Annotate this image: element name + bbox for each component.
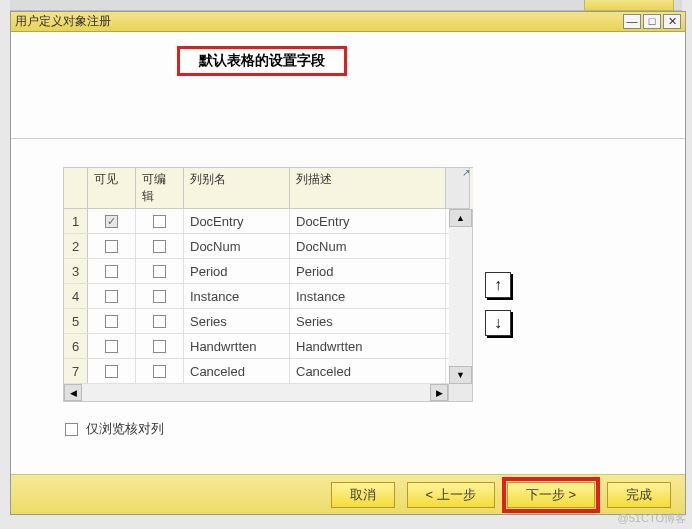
desc-cell[interactable]: Canceled [290, 359, 446, 383]
desc-cell[interactable]: Series [290, 309, 446, 333]
row-number: 4 [64, 284, 88, 308]
editable-cell[interactable] [136, 334, 184, 358]
reorder-buttons: ↑ ↓ [485, 272, 511, 336]
row-number: 1 [64, 209, 88, 233]
visible-checkbox[interactable] [105, 265, 118, 278]
desc-cell[interactable]: DocNum [290, 234, 446, 258]
table-row[interactable]: 4InstanceInstance [64, 284, 449, 309]
header-visible[interactable]: 可见 [88, 168, 136, 209]
editable-cell[interactable] [136, 209, 184, 233]
fields-grid: ↗ 可见 可编辑 列别名 列描述 1DocEntryDocEntry2DocNu… [63, 167, 473, 402]
visible-checkbox[interactable] [105, 290, 118, 303]
editable-checkbox[interactable] [153, 265, 166, 278]
editable-cell[interactable] [136, 309, 184, 333]
scroll-right-button[interactable]: ▶ [430, 384, 448, 401]
desc-cell[interactable]: Instance [290, 284, 446, 308]
editable-checkbox[interactable] [153, 365, 166, 378]
hscroll-track[interactable] [82, 384, 430, 401]
alias-cell[interactable]: Series [184, 309, 290, 333]
header-rownum [64, 168, 88, 209]
table-row[interactable]: 6HandwrttenHandwrtten [64, 334, 449, 359]
grid-header: 可见 可编辑 列别名 列描述 [63, 167, 473, 209]
scroll-corner [448, 384, 472, 401]
row-number: 7 [64, 359, 88, 383]
expand-icon[interactable]: ↗ [462, 167, 472, 177]
desc-cell[interactable]: DocEntry [290, 209, 446, 233]
alias-cell[interactable]: Handwrtten [184, 334, 290, 358]
scroll-down-button[interactable]: ▼ [449, 366, 472, 384]
visible-checkbox[interactable] [105, 315, 118, 328]
header-desc[interactable]: 列描述 [290, 168, 446, 209]
visible-cell[interactable] [88, 359, 136, 383]
table-row[interactable]: 2DocNumDocNum [64, 234, 449, 259]
editable-cell[interactable] [136, 259, 184, 283]
horizontal-scrollbar[interactable]: ◀ ▶ [63, 384, 473, 402]
browse-only-checkbox[interactable] [65, 423, 78, 436]
alias-cell[interactable]: Instance [184, 284, 290, 308]
visible-checkbox[interactable] [105, 365, 118, 378]
visible-cell[interactable] [88, 334, 136, 358]
maximize-button[interactable]: □ [643, 14, 661, 29]
prev-button[interactable]: < 上一步 [407, 482, 495, 508]
scroll-track[interactable] [449, 227, 472, 366]
editable-checkbox[interactable] [153, 315, 166, 328]
scroll-left-button[interactable]: ◀ [64, 384, 82, 401]
desc-cell[interactable]: Handwrtten [290, 334, 446, 358]
alias-cell[interactable]: Canceled [184, 359, 290, 383]
alias-cell[interactable]: DocNum [184, 234, 290, 258]
window-title: 用户定义对象注册 [15, 13, 621, 30]
vertical-scrollbar[interactable]: ▲ ▼ [449, 209, 473, 384]
cancel-button[interactable]: 取消 [331, 482, 395, 508]
finish-button[interactable]: 完成 [607, 482, 671, 508]
table-row[interactable]: 7CanceledCanceled [64, 359, 449, 384]
titlebar: 用户定义对象注册 — □ ✕ [11, 12, 685, 32]
row-number: 2 [64, 234, 88, 258]
row-number: 3 [64, 259, 88, 283]
row-number: 5 [64, 309, 88, 333]
header-alias[interactable]: 列别名 [184, 168, 290, 209]
wizard-footer: 取消 < 上一步 下一步 > 完成 [11, 474, 685, 514]
editable-checkbox[interactable] [153, 240, 166, 253]
grid-body: 1DocEntryDocEntry2DocNumDocNum3PeriodPer… [63, 209, 449, 384]
browse-only-option[interactable]: 仅浏览核对列 [65, 420, 685, 438]
editable-cell[interactable] [136, 284, 184, 308]
dialog-window: 用户定义对象注册 — □ ✕ 默认表格的设置字段 ↗ 可见 可编辑 列别名 列描… [10, 11, 686, 515]
visible-cell[interactable] [88, 309, 136, 333]
move-up-button[interactable]: ↑ [485, 272, 511, 298]
editable-cell[interactable] [136, 359, 184, 383]
visible-checkbox[interactable] [105, 215, 118, 228]
background-tab [584, 0, 674, 11]
scroll-up-button[interactable]: ▲ [449, 209, 472, 227]
header-editable[interactable]: 可编辑 [136, 168, 184, 209]
next-button[interactable]: 下一步 > [507, 482, 595, 508]
editable-checkbox[interactable] [153, 340, 166, 353]
editable-checkbox[interactable] [153, 215, 166, 228]
callout-label: 默认表格的设置字段 [177, 46, 347, 76]
visible-cell[interactable] [88, 234, 136, 258]
watermark: @51CTO博客 [618, 511, 686, 526]
editable-cell[interactable] [136, 234, 184, 258]
browse-only-label: 仅浏览核对列 [86, 420, 164, 438]
row-number: 6 [64, 334, 88, 358]
visible-cell[interactable] [88, 284, 136, 308]
visible-cell[interactable] [88, 209, 136, 233]
alias-cell[interactable]: Period [184, 259, 290, 283]
table-row[interactable]: 3PeriodPeriod [64, 259, 449, 284]
alias-cell[interactable]: DocEntry [184, 209, 290, 233]
move-down-button[interactable]: ↓ [485, 310, 511, 336]
background-toolbar [10, 0, 682, 11]
editable-checkbox[interactable] [153, 290, 166, 303]
visible-checkbox[interactable] [105, 340, 118, 353]
separator [11, 138, 685, 139]
desc-cell[interactable]: Period [290, 259, 446, 283]
table-row[interactable]: 5SeriesSeries [64, 309, 449, 334]
visible-cell[interactable] [88, 259, 136, 283]
close-button[interactable]: ✕ [663, 14, 681, 29]
table-row[interactable]: 1DocEntryDocEntry [64, 209, 449, 234]
minimize-button[interactable]: — [623, 14, 641, 29]
visible-checkbox[interactable] [105, 240, 118, 253]
